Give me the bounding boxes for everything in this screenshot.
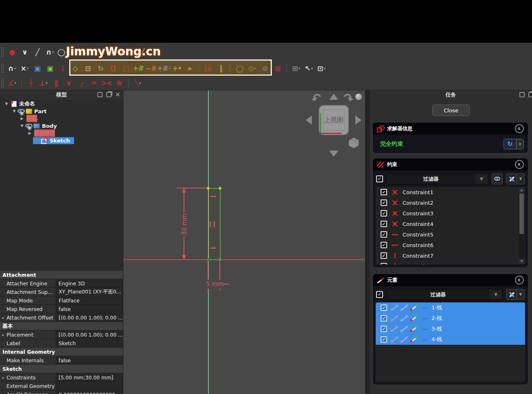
constraints-section-header[interactable]: 约束: [373, 158, 528, 171]
show-constraints-eye-button[interactable]: [492, 173, 503, 184]
toolbar-drag-handle[interactable]: ▾: [1, 63, 4, 73]
constrain-angle-button[interactable]: ∠ ▾: [6, 77, 18, 89]
create-polyline-button[interactable]: ∨ ▾: [18, 46, 31, 58]
tree-expander-icon[interactable]: ▶: [19, 116, 25, 120]
panel-float-icon[interactable]: [528, 92, 532, 97]
show-bspline-control-polygon-button[interactable]: ◇ ▾: [69, 63, 81, 74]
constrain-parallel-button[interactable]: ∥ ▾: [50, 77, 62, 89]
tree-item[interactable]: Sketch: [0, 137, 123, 144]
refresh-icon[interactable]: ↻: [504, 139, 516, 149]
show-bspline-curvature-comb-button[interactable]: ⊡ ▾: [81, 63, 94, 74]
tree-item[interactable]: ▼ 未命名: [0, 100, 123, 107]
join-curves-button[interactable]: » ▾: [183, 63, 196, 74]
elements-settings-button[interactable]: [506, 289, 517, 300]
increase-knot-multiplicity-button[interactable]: +# ▾: [157, 63, 171, 74]
constraint-checkbox[interactable]: [381, 210, 387, 217]
navcube-isometric-icon[interactable]: [349, 138, 359, 148]
constraint-row[interactable]: Constraint8: [376, 261, 525, 265]
tree-item-label[interactable]: 原点001: [34, 129, 55, 137]
property-value[interactable]: XY_Plane001 (XY-平面0...: [56, 288, 123, 296]
elements-filter-combo[interactable]: 过滤器 ▼: [386, 289, 503, 300]
constraint-label[interactable]: Constraint8: [403, 263, 433, 265]
create-polygon-button[interactable]: ◇ ▾: [246, 63, 258, 74]
dim-width-label[interactable]: 5 mm: [206, 280, 224, 289]
constraint-checkbox[interactable]: [381, 199, 387, 206]
dropdown-caret-icon[interactable]: ▾: [139, 81, 141, 85]
element-row[interactable]: — 4-线: [376, 334, 525, 345]
navcube-rotate-ccw-icon[interactable]: ↶: [309, 90, 324, 107]
constrain-distance-button[interactable]: ┼ ▾: [24, 77, 37, 89]
property-value[interactable]: 0.0000010000000000: [56, 390, 123, 394]
element-row[interactable]: — 1-线: [376, 302, 525, 313]
dropdown-caret-icon[interactable]: ▾: [52, 50, 54, 54]
dropdown-caret-icon[interactable]: ▾: [254, 66, 256, 70]
constraint-checkbox[interactable]: [381, 263, 387, 265]
constrain-symmetric-button[interactable]: >< ▾: [100, 77, 113, 89]
dropdown-caret-icon[interactable]: ▼: [489, 289, 502, 300]
constraint-row[interactable]: Constraint2: [376, 197, 525, 208]
navcube-arrow-right-icon[interactable]: [355, 116, 361, 125]
sketch-vertex[interactable]: [219, 187, 221, 190]
panel-float-icon[interactable]: [106, 92, 112, 97]
settings-caret-button[interactable]: ▼: [517, 173, 525, 184]
toolbar-drag-handle[interactable]: ▾: [1, 47, 4, 57]
tree-expander-icon[interactable]: ▼: [11, 109, 18, 113]
scroll-down-icon[interactable]: ▼: [519, 259, 524, 264]
constrain-equal-button[interactable]: = ▾: [88, 77, 100, 89]
tree-item-label[interactable]: Body: [42, 123, 57, 129]
dropdown-caret-icon[interactable]: ▾: [298, 66, 300, 70]
property-value[interactable]: [5.00 mm;30.00 mm]: [56, 373, 123, 381]
element-checkbox[interactable]: [381, 304, 387, 311]
render-cropping-button[interactable]: ⊡ ▾: [315, 63, 328, 74]
navcube-top-face[interactable]: 上视图: [319, 105, 349, 135]
constraint-label[interactable]: Constraint4: [403, 221, 433, 227]
tree-item[interactable]: ▶ 原点: [0, 115, 123, 122]
create-fillet-button[interactable]: ∩ ▾: [6, 63, 18, 74]
panel-restore-icon[interactable]: [97, 92, 103, 97]
constraint-row[interactable]: Constraint7: [376, 250, 525, 261]
create-line-button[interactable]: ╱ ▾: [31, 46, 44, 58]
create-periodic-bspline-button[interactable]: ◯ ▾: [233, 63, 246, 74]
element-label[interactable]: 3-线: [431, 325, 442, 333]
constraint-row[interactable]: Constraint5: [376, 229, 525, 240]
external-geometry-button[interactable]: ▣ ▾: [31, 63, 44, 74]
constraints-filter-combo[interactable]: 过滤器 ▼: [386, 173, 488, 184]
collapse-chevron-icon[interactable]: [515, 160, 524, 169]
constrain-tangent-button[interactable]: ╭ ▾: [75, 77, 88, 89]
element-label[interactable]: 1-线: [431, 304, 442, 311]
filter-checkbox[interactable]: [376, 291, 383, 298]
tree-item-label[interactable]: 未命名: [19, 100, 35, 107]
elements-section-header[interactable]: 元素: [373, 274, 528, 286]
dropdown-caret-icon[interactable]: ▾: [14, 66, 16, 70]
dropdown-caret-icon[interactable]: ▾: [14, 81, 16, 85]
trim-edge-button[interactable]: × ▾: [18, 63, 31, 74]
property-value[interactable]: [(0.00 0.00 1.00); 0.00 ...: [56, 313, 123, 322]
close-task-button[interactable]: Close: [432, 105, 470, 116]
carbon-copy-button[interactable]: ⊞ ▾: [271, 63, 284, 74]
3d-viewport[interactable]: 30 mm 5 mm: [123, 90, 365, 394]
panel-restore-icon[interactable]: [519, 92, 525, 97]
element-checkbox[interactable]: [381, 315, 387, 322]
tree-item[interactable]: ▼ Body: [0, 122, 123, 129]
constraint-row[interactable]: Constraint3: [376, 208, 525, 219]
navcube-rotate-cw-icon[interactable]: ↷: [341, 90, 356, 107]
constrain-vertical-distance-button[interactable]: ⊥ ▾: [37, 77, 50, 89]
constraint-checkbox[interactable]: [381, 231, 387, 238]
property-value[interactable]: Sketch: [56, 339, 123, 347]
tree-item-label[interactable]: Part: [34, 108, 47, 114]
constraints-settings-button[interactable]: [506, 173, 517, 184]
property-value[interactable]: Engine 3D: [56, 279, 123, 287]
constraint-checkbox[interactable]: [381, 252, 387, 259]
constraint-label[interactable]: Constraint6: [403, 242, 433, 248]
collapse-chevron-icon[interactable]: [515, 124, 524, 133]
constraint-label[interactable]: Constraint5: [403, 232, 433, 238]
insert-knot-button[interactable]: +• ▾: [171, 63, 183, 74]
constraints-scrollbar[interactable]: ▲ ▼: [519, 188, 524, 264]
show-bspline-degree-button[interactable]: ⋮ ▾: [56, 63, 69, 74]
constraint-label[interactable]: Constraint3: [403, 210, 433, 217]
show-bspline-knot-multiplicity-button[interactable]: ↻ ▾: [94, 63, 107, 74]
tree-item[interactable]: ▶ 原点001: [0, 129, 123, 137]
constraint-label[interactable]: Constraint1: [403, 189, 433, 195]
expand-arrow-icon[interactable]: ▸: [0, 333, 7, 337]
property-value[interactable]: [56, 382, 123, 390]
